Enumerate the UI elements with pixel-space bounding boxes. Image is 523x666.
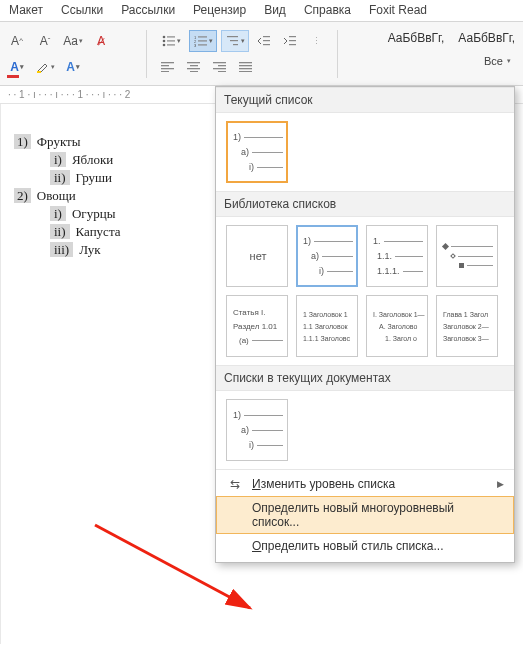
svg-rect-18 bbox=[263, 44, 270, 45]
svg-rect-32 bbox=[213, 68, 226, 69]
svg-rect-35 bbox=[239, 65, 252, 66]
bullets-button[interactable]: ▾ bbox=[157, 30, 185, 52]
tile-library-heading-num[interactable]: 1 Заголовок 1 1.1 Заголовок 1.1.1 Заголо… bbox=[296, 295, 358, 357]
svg-point-5 bbox=[162, 43, 165, 46]
font-color-button[interactable]: A▾ bbox=[6, 56, 28, 78]
tile-library-roman[interactable]: I. Заголовок 1— A. Заголово 1. Загол о bbox=[366, 295, 428, 357]
align-right-button[interactable] bbox=[209, 56, 231, 78]
svg-rect-37 bbox=[239, 71, 252, 72]
svg-rect-15 bbox=[233, 44, 238, 45]
tab-review[interactable]: Рецензир bbox=[184, 0, 255, 21]
svg-rect-16 bbox=[263, 36, 270, 37]
define-list-style-item[interactable]: Определить новый стиль списка... bbox=[216, 534, 514, 558]
svg-rect-23 bbox=[161, 65, 169, 66]
tab-view[interactable]: Вид bbox=[255, 0, 295, 21]
style-sample-2[interactable]: АаБбВвГг, bbox=[456, 27, 517, 49]
text-effects-button[interactable]: A▾ bbox=[62, 56, 84, 78]
tab-links[interactable]: Ссылки bbox=[52, 0, 112, 21]
svg-rect-6 bbox=[167, 44, 175, 45]
document-page[interactable]: 1)Фрукты i)Яблоки ii)Груши 2)Овощи i)Огу… bbox=[0, 104, 215, 644]
multilevel-list-dropdown: Текущий список 1) a) i) Библиотека списк… bbox=[215, 86, 515, 563]
ribbon-toolbar: A^ Aˇ Aa▾ A̷ A▾ ▾ A▾ ▾ 123▾ ▾ bbox=[0, 22, 523, 86]
svg-rect-30 bbox=[213, 62, 226, 63]
svg-text:3: 3 bbox=[194, 43, 197, 47]
change-list-level-item[interactable]: ⇆ Изменить уровень списка ▶ bbox=[216, 472, 514, 496]
tab-layout[interactable]: Макет bbox=[0, 0, 52, 21]
svg-rect-25 bbox=[161, 71, 169, 72]
tile-library-bullets[interactable] bbox=[436, 225, 498, 287]
paragraph-group: ▾ 123▾ ▾ ⋮ bbox=[157, 30, 327, 78]
tile-library-article[interactable]: Статья I. Раздел 1.01 (a) bbox=[226, 295, 288, 357]
list-item: ii)Груши bbox=[50, 170, 205, 186]
section-library: Библиотека списков bbox=[216, 191, 514, 217]
define-multilevel-item[interactable]: Определить новый многоуровневый список..… bbox=[216, 496, 514, 534]
style-gallery[interactable]: АаБбВвГг, АаБбВвГг, bbox=[386, 27, 517, 49]
align-left-button[interactable] bbox=[157, 56, 179, 78]
svg-point-3 bbox=[162, 39, 165, 42]
numbering-button[interactable]: 123▾ bbox=[189, 30, 217, 52]
increase-indent-button[interactable] bbox=[279, 30, 301, 52]
svg-point-1 bbox=[162, 35, 165, 38]
svg-rect-17 bbox=[263, 40, 270, 41]
list-item: i)Яблоки bbox=[50, 152, 205, 168]
svg-rect-13 bbox=[227, 36, 238, 37]
svg-rect-31 bbox=[218, 65, 226, 66]
svg-rect-14 bbox=[230, 40, 238, 41]
svg-rect-12 bbox=[198, 44, 207, 45]
highlight-button[interactable]: ▾ bbox=[34, 56, 56, 78]
multilevel-list-button[interactable]: ▾ bbox=[221, 30, 249, 52]
section-current-list: Текущий список bbox=[216, 87, 514, 113]
change-case-button[interactable]: Aa▾ bbox=[62, 30, 84, 52]
tile-library-numbered[interactable]: 1) a) i) bbox=[296, 225, 358, 287]
svg-rect-26 bbox=[187, 62, 200, 63]
change-level-icon: ⇆ bbox=[226, 477, 244, 491]
ribbon-tabs: Макет Ссылки Рассылки Рецензир Вид Справ… bbox=[0, 0, 523, 22]
svg-rect-36 bbox=[239, 68, 252, 69]
tab-mailings[interactable]: Рассылки bbox=[112, 0, 184, 21]
tile-doc-1[interactable]: 1) a) i) bbox=[226, 399, 288, 461]
font-shrink-button[interactable]: Aˇ bbox=[34, 30, 56, 52]
list-item: 1)Фрукты bbox=[14, 134, 205, 150]
decrease-indent-button[interactable] bbox=[253, 30, 275, 52]
list-item: iii)Лук bbox=[50, 242, 205, 258]
section-docs: Списки в текущих документах bbox=[216, 365, 514, 391]
tile-library-chapter[interactable]: Глава 1 Загол Заголовок 2— Заголовок 3— bbox=[436, 295, 498, 357]
tile-current-1[interactable]: 1) a) i) bbox=[226, 121, 288, 183]
tab-help[interactable]: Справка bbox=[295, 0, 360, 21]
style-sample-1[interactable]: АаБбВвГг, bbox=[386, 27, 447, 49]
svg-rect-22 bbox=[161, 62, 174, 63]
tile-library-decimal[interactable]: 1. 1.1. 1.1.1. bbox=[366, 225, 428, 287]
align-center-button[interactable] bbox=[183, 56, 205, 78]
svg-rect-10 bbox=[198, 40, 207, 41]
svg-rect-28 bbox=[187, 68, 200, 69]
svg-rect-21 bbox=[289, 44, 296, 45]
align-justify-button[interactable] bbox=[235, 56, 257, 78]
clear-format-button[interactable]: A̷ bbox=[90, 30, 112, 52]
submenu-arrow-icon: ▶ bbox=[497, 479, 504, 489]
tile-none[interactable]: нет bbox=[226, 225, 288, 287]
list-item: i)Огурцы bbox=[50, 206, 205, 222]
svg-rect-29 bbox=[190, 71, 198, 72]
svg-rect-27 bbox=[190, 65, 198, 66]
styles-all-button[interactable]: Все▾ bbox=[478, 53, 517, 69]
group-overflow-icon[interactable]: ⋮ bbox=[305, 30, 327, 52]
list-item: ii)Капуста bbox=[50, 224, 205, 240]
svg-rect-8 bbox=[198, 36, 207, 37]
tab-foxit[interactable]: Foxit Read bbox=[360, 0, 436, 21]
svg-rect-34 bbox=[239, 62, 252, 63]
list-item: 2)Овощи bbox=[14, 188, 205, 204]
svg-rect-19 bbox=[289, 36, 296, 37]
svg-rect-20 bbox=[289, 40, 296, 41]
font-grow-button[interactable]: A^ bbox=[6, 30, 28, 52]
svg-rect-0 bbox=[37, 71, 41, 73]
svg-rect-24 bbox=[161, 68, 174, 69]
svg-rect-2 bbox=[167, 36, 175, 37]
svg-rect-33 bbox=[218, 71, 226, 72]
svg-rect-4 bbox=[167, 40, 175, 41]
